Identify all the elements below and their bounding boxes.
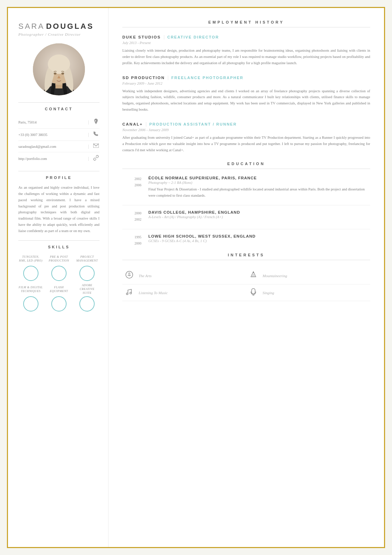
skill-circle-2 — [51, 266, 67, 281]
skill-label-3: PROJECTMANAGEMENT — [76, 254, 98, 264]
job-date-2: February 2009 - June 2012 — [122, 82, 370, 85]
edu-divider-1 — [122, 205, 370, 205]
interest-arts-label: The Arts — [139, 274, 151, 278]
interests-title: INTERESTS — [122, 253, 370, 257]
skill-label-5: FLASHEQUIPMENT — [50, 284, 68, 294]
resume-page: SARA DOUGLAS Photographer / Creative Dir… — [7, 7, 385, 548]
interest-mountaineering-label: Mountaineering — [263, 274, 287, 278]
contact-title: CONTACT — [18, 107, 99, 111]
photo-container — [18, 43, 99, 95]
divider-contact — [18, 102, 99, 103]
edu-content-2: DAVIS COLLEGE, Hampshire, England A-Leve… — [148, 210, 370, 223]
svg-point-7 — [54, 72, 56, 75]
svg-point-10 — [126, 271, 133, 278]
interest-singing: Singing — [246, 284, 371, 301]
interest-arts: The Arts — [122, 267, 246, 284]
divider-employment — [122, 27, 370, 27]
contact-website-text: http://portfolio.com — [18, 157, 85, 161]
interest-music-label: Listening To Music — [139, 291, 168, 295]
edu-desc-1: Final Year Project & Dissertation - I st… — [148, 186, 370, 199]
job-desc-2: Working with independent designers, adve… — [122, 88, 370, 113]
svg-point-14 — [130, 292, 132, 294]
job-title-1: CREATIVE DIRECTOR — [167, 35, 219, 39]
job-header-1: DUKE STUDIOS | CREATIVE DIRECTOR — [122, 34, 370, 40]
job-desc-1: Liaising closely with internal design, p… — [122, 48, 370, 66]
right-column: EMPLOYMENT HISTORY DUKE STUDIOS | CREATI… — [108, 8, 384, 547]
profile-title: PROFILE — [18, 176, 99, 180]
profile-photo — [33, 43, 85, 95]
job-desc-3: After graduating from university I joine… — [122, 135, 370, 153]
link-icon — [93, 155, 99, 162]
edu-school-1: ÉCOLE NORMALE SUPERIEURE, Paris, France — [148, 176, 370, 180]
mountaineering-icon — [248, 271, 259, 281]
edu-content-3: LOWE HIGH SCHOOL, West Sussex, England G… — [148, 234, 370, 247]
education-title: EDUCATION — [122, 162, 370, 166]
interest-music: Listening To Music — [122, 284, 246, 301]
skill-label-6: ADOBE CREATIVESUITE — [75, 284, 99, 294]
education-section: EDUCATION 2002 2006 ÉCOLE NORMALE SUPERI… — [122, 162, 370, 247]
contact-phone-text: +33 (0) 3007 38035 — [18, 133, 85, 137]
skill-circle-6 — [79, 296, 95, 311]
skill-circle-3 — [79, 266, 95, 281]
skill-item-4: FILM & DIGITALTECHNIQUES — [18, 284, 43, 311]
divider-skills — [18, 240, 99, 241]
job-company-3: CANAL+ — [122, 122, 143, 126]
job-title-2: FREELANCE PHOTOGRAPHER — [171, 76, 243, 80]
job-header-3: CANAL+ | PRODUCTION ASSISTANT / RUNNER — [122, 121, 370, 127]
skill-item-1: TUNGSTEN,HMI, LED (PRO) — [18, 254, 43, 281]
edu-years-1: 2002 2006 — [122, 176, 141, 199]
edu-degree-1: Photography ~ 2:1 BA (Hons) — [148, 181, 370, 185]
skill-label-4: FILM & DIGITALTECHNIQUES — [19, 284, 43, 294]
skill-circle-4 — [23, 296, 38, 311]
edu-year-end-2: 2002 — [122, 216, 141, 223]
edu-degree-3: GCSEs - 9 GCSEs A-C (4 As, 4 Bs, 1 C) — [148, 239, 370, 243]
skills-grid: TUNGSTEN,HMI, LED (PRO) PRE & POSTPRODUC… — [18, 254, 99, 311]
skills-title: SKILLS — [18, 245, 99, 249]
singing-icon — [248, 288, 259, 297]
job-title-3: PRODUCTION ASSISTANT / RUNNER — [149, 122, 237, 126]
arts-icon — [124, 271, 134, 281]
interests-section: INTERESTS The Arts — [122, 253, 370, 301]
skill-label-1: TUNGSTEN,HMI, LED (PRO) — [19, 254, 43, 264]
edu-content-1: ÉCOLE NORMALE SUPERIEURE, Paris, France … — [148, 176, 370, 199]
job-header-2: SD PRODUCTION | FREELANCE PHOTOGRAPHER — [122, 75, 370, 80]
job-entry-3: CANAL+ | PRODUCTION ASSISTANT / RUNNER N… — [122, 121, 370, 153]
job-company-1: DUKE STUDIOS — [122, 35, 161, 39]
edu-year-end-3: 2000 — [122, 240, 141, 247]
profile-text: As an organised and highly creative indi… — [18, 185, 99, 234]
left-column: SARA DOUGLAS Photographer / Creative Dir… — [8, 8, 108, 547]
contact-website: http://portfolio.com | — [18, 152, 99, 165]
interest-mountaineering: Mountaineering — [246, 267, 371, 284]
svg-point-11 — [129, 273, 130, 274]
edu-entry-2: 2000 2002 DAVIS COLLEGE, Hampshire, Engl… — [122, 210, 370, 223]
contact-address: Paris, 75014 | — [18, 116, 99, 129]
first-name: SARA — [18, 22, 45, 31]
edu-year-start-3: 1995 — [122, 234, 141, 240]
edu-divider-2 — [122, 229, 370, 229]
phone-icon — [93, 131, 99, 138]
divider-education — [122, 169, 370, 169]
edu-year-start-2: 2000 — [122, 210, 141, 216]
edu-years-3: 1995 2000 — [122, 234, 141, 247]
edu-degree-2: A-Levels - Art (A) / Photography (A) / F… — [148, 215, 370, 219]
employment-title: EMPLOYMENT HISTORY — [122, 20, 370, 24]
edu-year-end-1: 2006 — [122, 182, 141, 188]
edu-entry-3: 1995 2000 LOWE HIGH SCHOOL, West Sussex,… — [122, 234, 370, 247]
interest-singing-label: Singing — [263, 291, 275, 295]
job-entry-2: SD PRODUCTION | FREELANCE PHOTOGRAPHER F… — [122, 75, 370, 113]
skill-circle-5 — [51, 296, 67, 311]
svg-point-12 — [253, 272, 254, 273]
job-entry-1: DUKE STUDIOS | CREATIVE DIRECTOR July 20… — [122, 34, 370, 66]
skill-circle-1 — [23, 266, 38, 281]
divider-interests — [122, 260, 370, 260]
skill-label-2: PRE & POSTPRODUCTION — [49, 254, 69, 264]
contact-email-text: saradouglas4@gmail.com — [18, 145, 85, 148]
contact-phone: +33 (0) 3007 38035 | — [18, 129, 99, 141]
skill-item-3: PROJECTMANAGEMENT — [75, 254, 99, 281]
job-company-2: SD PRODUCTION — [122, 76, 165, 80]
divider-profile — [18, 171, 99, 171]
job-date-1: July 2013 - Present — [122, 41, 370, 45]
subtitle: Photographer / Creative Director — [18, 32, 99, 36]
location-icon — [93, 119, 99, 126]
music-icon — [124, 288, 134, 297]
